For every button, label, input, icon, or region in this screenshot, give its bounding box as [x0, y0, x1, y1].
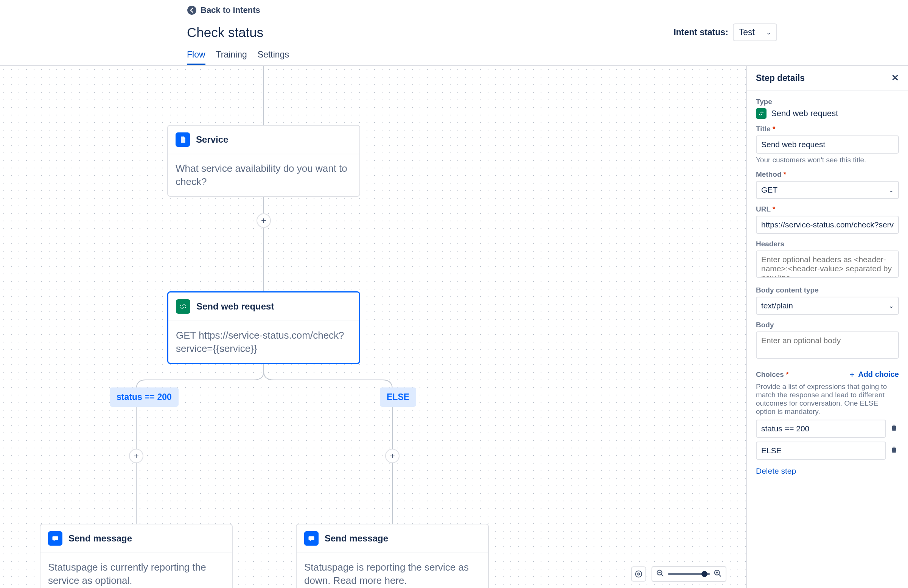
zoom-out-button[interactable] — [656, 569, 664, 579]
delete-step-link[interactable]: Delete step — [756, 467, 796, 475]
branch-label-status-200[interactable]: status == 200 — [110, 387, 179, 407]
web-request-icon — [756, 108, 766, 119]
close-icon[interactable]: ✕ — [891, 72, 899, 83]
chevron-down-icon: ⌄ — [766, 29, 771, 36]
page-icon — [175, 132, 190, 147]
content-type-label: Body content type — [756, 286, 899, 294]
node-title: Service — [196, 134, 228, 145]
message-icon — [304, 531, 319, 546]
delete-choice-icon[interactable] — [890, 424, 899, 434]
body-label: Body — [756, 321, 899, 329]
url-label: URL * — [756, 205, 899, 213]
node-title: Send message — [68, 533, 132, 544]
node-title: Send message — [325, 533, 388, 544]
back-link-label: Back to intents — [201, 5, 260, 15]
method-select[interactable]: GET ⌄ — [756, 181, 899, 199]
intent-status-value: Test — [739, 27, 755, 37]
node-send-web-request[interactable]: Send web request GET https://service-sta… — [167, 292, 360, 364]
web-request-icon — [176, 299, 190, 314]
choices-label: Choices * — [756, 371, 789, 379]
content-type-select[interactable]: text/plain ⌄ — [756, 296, 899, 315]
zoom-slider[interactable] — [668, 573, 710, 575]
title-input[interactable] — [756, 135, 899, 154]
svg-line-14 — [719, 574, 721, 577]
node-title: Send web request — [196, 301, 274, 312]
add-choice-button[interactable]: ＋ Add choice — [848, 369, 899, 380]
svg-point-9 — [636, 571, 642, 577]
panel-title: Step details — [756, 73, 805, 83]
chevron-down-icon: ⌄ — [889, 302, 894, 309]
intent-status-label: Intent status: — [673, 27, 728, 37]
back-to-intents-link[interactable]: Back to intents — [187, 5, 260, 15]
message-icon — [48, 531, 63, 546]
svg-rect-7 — [309, 536, 314, 540]
intent-status-dropdown[interactable]: Test ⌄ — [733, 23, 777, 41]
type-value: Send web request — [771, 109, 838, 118]
page-title: Check status — [187, 25, 263, 40]
arrow-left-circle-icon — [187, 5, 197, 15]
svg-point-0 — [187, 6, 196, 15]
node-body: GET https://service-status.com/check?ser… — [168, 321, 359, 363]
chevron-down-icon: ⌄ — [889, 187, 894, 194]
add-step-button-right[interactable]: + — [385, 449, 399, 463]
tab-training[interactable]: Training — [216, 50, 247, 65]
svg-point-8 — [638, 573, 640, 575]
svg-rect-6 — [53, 536, 58, 540]
node-body: What service availability do you want to… — [168, 155, 359, 196]
fit-to-screen-button[interactable] — [631, 566, 646, 582]
node-body: Statuspage is reporting the service as d… — [296, 553, 488, 588]
step-details-panel: Step details ✕ Type Send web request Tit… — [746, 66, 908, 588]
branch-label-else[interactable]: ELSE — [380, 387, 416, 407]
node-send-message-a[interactable]: Send message Statuspage is currently rep… — [40, 524, 233, 588]
add-step-button[interactable]: + — [256, 213, 271, 228]
add-step-button-left[interactable]: + — [129, 449, 143, 463]
choices-hint: Provide a list of expressions that going… — [756, 383, 899, 416]
type-label: Type — [756, 98, 899, 106]
node-service[interactable]: Service What service availability do you… — [167, 125, 360, 197]
tab-settings[interactable]: Settings — [258, 50, 289, 65]
choice-input[interactable] — [756, 441, 886, 460]
delete-choice-icon[interactable] — [890, 445, 899, 456]
body-textarea[interactable] — [756, 332, 899, 359]
node-send-message-b[interactable]: Send message Statuspage is reporting the… — [296, 524, 489, 588]
title-label: Title * — [756, 125, 899, 133]
method-label: Method * — [756, 170, 899, 179]
tab-flow[interactable]: Flow — [187, 50, 205, 65]
title-hint: Your customers won't see this title. — [756, 156, 899, 164]
url-input[interactable] — [756, 216, 899, 234]
svg-line-11 — [661, 574, 663, 577]
choice-input[interactable] — [756, 420, 886, 438]
headers-textarea[interactable] — [756, 250, 899, 278]
zoom-in-button[interactable] — [713, 569, 722, 579]
node-body: Statuspage is currently reporting the se… — [40, 553, 232, 588]
headers-label: Headers — [756, 240, 899, 248]
